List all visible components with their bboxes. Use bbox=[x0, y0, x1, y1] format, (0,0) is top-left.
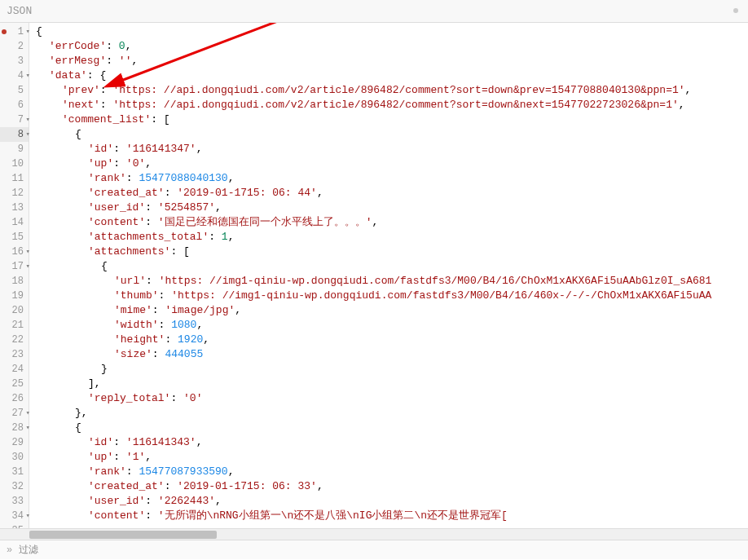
token-pun: : bbox=[159, 319, 172, 331]
token-pun: : bbox=[209, 231, 222, 243]
code-line[interactable]: 'thumb': 'https: //img1-qiniu-wp.dongqiu… bbox=[29, 289, 748, 303]
line-number[interactable]: 25 bbox=[0, 377, 29, 391]
line-number[interactable]: 13 bbox=[0, 201, 29, 215]
header-bar: JSON bbox=[0, 0, 748, 23]
line-number-gutter[interactable]: 1234567891011121314151617181920212223242… bbox=[0, 23, 29, 528]
code-line[interactable]: 'created_at': '2019-01-1715: 06: 33', bbox=[29, 479, 748, 494]
token-key: 'url' bbox=[114, 275, 146, 287]
code-line[interactable]: 'prev': 'https: //api.dongqiudi.com/v2/a… bbox=[29, 83, 748, 98]
code-line[interactable]: 'user_id': '2262443', bbox=[29, 494, 748, 509]
token-key: 'attachments_total' bbox=[88, 231, 209, 243]
code-line[interactable]: 'rank': 15477088040130, bbox=[29, 171, 748, 186]
code-line[interactable]: 'content': '国足已经和德国在同一个水平线上了。。。', bbox=[29, 215, 748, 230]
token-pun: : bbox=[100, 84, 113, 96]
token-big: 444055 bbox=[165, 348, 203, 360]
code-line[interactable]: ], bbox=[29, 377, 748, 391]
token-pun: : bbox=[113, 157, 126, 170]
line-number[interactable]: 15 bbox=[0, 230, 29, 245]
token-pun: ], bbox=[88, 377, 101, 390]
token-pun: : bbox=[170, 392, 183, 404]
code-line[interactable]: { bbox=[29, 24, 748, 39]
token-key: 'content' bbox=[88, 216, 145, 228]
line-number[interactable]: 32 bbox=[0, 479, 29, 494]
code-line[interactable]: 'id': '116141343', bbox=[29, 435, 748, 450]
token-str: '2019-01-1715: 06: 44' bbox=[177, 187, 317, 199]
code-line[interactable]: 'attachments_total': 1, bbox=[29, 230, 748, 245]
line-number[interactable]: 21 bbox=[0, 318, 29, 333]
line-number[interactable]: 7 bbox=[0, 112, 29, 127]
code-line[interactable]: 'up': '1', bbox=[29, 450, 748, 465]
code-line[interactable]: { bbox=[29, 259, 748, 274]
token-key: 'thumb' bbox=[114, 289, 159, 302]
code-line[interactable]: 'up': '0', bbox=[29, 157, 748, 171]
line-number[interactable]: 22 bbox=[0, 333, 29, 347]
code-line[interactable]: 'comment_list': [ bbox=[29, 112, 748, 127]
line-number[interactable]: 33 bbox=[0, 494, 29, 509]
token-pun: : bbox=[126, 465, 139, 478]
code-line[interactable]: { bbox=[29, 421, 748, 435]
code-line[interactable]: 'mime': 'image/jpg', bbox=[29, 303, 748, 318]
code-area[interactable]: {'errCode': 0,'errMesg': '','data': {'pr… bbox=[29, 23, 748, 528]
line-number[interactable]: 26 bbox=[0, 391, 29, 406]
code-line[interactable]: { bbox=[29, 127, 748, 142]
code-line[interactable]: 'content': '无所谓的\nRNG小组第一\n还不是八强\nIG小组第二… bbox=[29, 509, 748, 523]
line-number[interactable]: 6 bbox=[0, 98, 29, 112]
token-pun: : bbox=[159, 289, 172, 302]
code-line[interactable]: 'width': 1080, bbox=[29, 318, 748, 333]
chevron-right-icon[interactable]: » bbox=[7, 545, 12, 556]
code-line[interactable]: }, bbox=[29, 406, 748, 421]
code-line[interactable]: 'errMesg': '', bbox=[29, 54, 748, 68]
line-number[interactable]: 3 bbox=[0, 54, 29, 68]
filter-label[interactable]: 过滤 bbox=[19, 543, 38, 557]
line-number[interactable]: 28 bbox=[0, 421, 29, 435]
line-number[interactable]: 9 bbox=[0, 142, 29, 157]
line-number[interactable]: 1 bbox=[0, 24, 29, 39]
token-key: 'errMesg' bbox=[49, 55, 106, 67]
line-number[interactable]: 17 bbox=[0, 259, 29, 274]
token-pun: { bbox=[75, 128, 81, 140]
line-number[interactable]: 5 bbox=[0, 83, 29, 98]
scrollbar-thumb[interactable] bbox=[29, 531, 217, 539]
line-number[interactable]: 29 bbox=[0, 435, 29, 450]
line-number[interactable]: 20 bbox=[0, 303, 29, 318]
line-number[interactable]: 16 bbox=[0, 245, 29, 259]
code-line[interactable]: 'reply_total': '0' bbox=[29, 391, 748, 406]
token-pun: : bbox=[100, 99, 113, 111]
token-str: '116141343' bbox=[126, 436, 196, 448]
code-line[interactable]: 'rank': 15477087933590, bbox=[29, 465, 748, 479]
line-number[interactable]: 12 bbox=[0, 186, 29, 201]
line-number[interactable]: 23 bbox=[0, 347, 29, 362]
code-line[interactable]: 'id': '116141347', bbox=[29, 142, 748, 157]
line-number[interactable]: 24 bbox=[0, 362, 29, 377]
code-line[interactable]: 'attachments': [ bbox=[29, 245, 748, 259]
code-line[interactable]: 'created_at': '2019-01-1715: 06: 44', bbox=[29, 186, 748, 201]
line-number[interactable]: 11 bbox=[0, 171, 29, 186]
token-pun: : bbox=[165, 480, 178, 492]
code-line[interactable]: 'size': 444055 bbox=[29, 347, 748, 362]
line-number[interactable]: 10 bbox=[0, 157, 29, 171]
line-number[interactable]: 2 bbox=[0, 39, 29, 54]
code-line[interactable]: 'data': { bbox=[29, 68, 748, 83]
token-pun: : bbox=[113, 436, 126, 448]
line-number[interactable]: 14 bbox=[0, 215, 29, 230]
line-number[interactable]: 34 bbox=[0, 509, 29, 523]
line-number[interactable]: 18 bbox=[0, 274, 29, 289]
code-line[interactable]: 'user_id': '5254857', bbox=[29, 201, 748, 215]
code-line[interactable]: 'errCode': 0, bbox=[29, 39, 748, 54]
token-key: 'mime' bbox=[114, 304, 152, 316]
line-number[interactable]: 8 bbox=[0, 127, 29, 142]
line-number[interactable]: 19 bbox=[0, 289, 29, 303]
code-line[interactable]: } bbox=[29, 362, 748, 377]
token-key: 'rank' bbox=[88, 465, 126, 478]
code-line[interactable]: 'next': 'https: //api.dongqiudi.com/v2/a… bbox=[29, 98, 748, 112]
line-number[interactable]: 27 bbox=[0, 406, 29, 421]
code-line[interactable]: 'height': 1920, bbox=[29, 333, 748, 347]
line-number[interactable]: 30 bbox=[0, 450, 29, 465]
token-pun: , bbox=[372, 216, 378, 228]
code-line[interactable]: 'url': 'https: //img1-qiniu-wp.dongqiudi… bbox=[29, 274, 748, 289]
horizontal-scrollbar[interactable] bbox=[0, 528, 748, 540]
token-str: 'https: //img1-qiniu-wp.dongqiudi.com/fa… bbox=[171, 289, 711, 302]
line-number[interactable]: 4 bbox=[0, 68, 29, 83]
line-number[interactable]: 31 bbox=[0, 465, 29, 479]
token-pun: : [ bbox=[151, 113, 169, 126]
